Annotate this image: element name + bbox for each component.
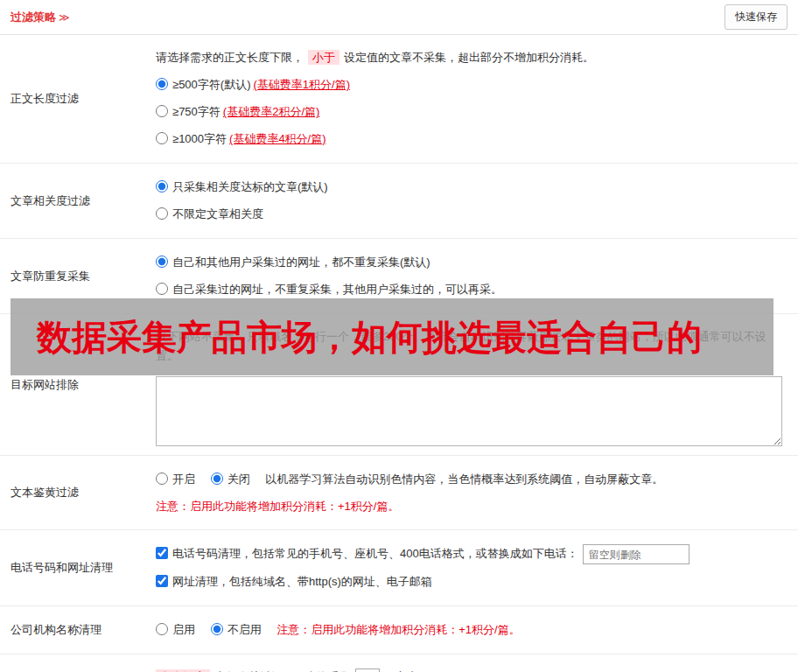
option-note: (基础费率2积分/篇)	[223, 105, 320, 118]
chevron-double-icon: ≫	[59, 11, 70, 24]
section-company-clean: 公司机构名称清理 启用 不启用 注意：启用此功能将增加积分消耗：+1积分/篇。	[0, 606, 798, 654]
dedup-global-radio[interactable]	[156, 256, 168, 268]
length-500-radio[interactable]	[156, 78, 168, 90]
desc-text-post: 设定值的文章不采集，超出部分不增加积分消耗。	[344, 51, 594, 64]
option-label: 自己采集过的网址，不重复采集，其他用户采集过的，可以再采。	[172, 283, 502, 296]
company-off-radio[interactable]	[211, 623, 223, 635]
page-title-wrap: 过滤策略≫	[10, 10, 70, 25]
dedup-self-radio[interactable]	[156, 283, 168, 295]
site-exclude-textarea[interactable]	[156, 376, 782, 446]
length-option-1000[interactable]: ≥1000字符(基础费率4积分/篇)	[156, 130, 786, 149]
length-option-500[interactable]: ≥500字符(默认)(基础费率1积分/篇)	[156, 75, 786, 94]
option-label: 不限定文章相关度	[172, 207, 263, 220]
section-label-phone-url-clean: 电话号码和网址清理	[0, 530, 156, 606]
section-relevance-filter: 文章相关度过滤 只采集相关度达标的文章(默认) 不限定文章相关度	[0, 164, 798, 239]
option-label: 自己和其他用户采集过的网址，都不重复采集(默认)	[172, 256, 430, 269]
section-label-porn-filter: 文本鉴黄过滤	[0, 456, 156, 529]
relevance-option-any[interactable]: 不限定文章相关度	[156, 205, 786, 224]
porn-off-radio[interactable]	[211, 472, 223, 485]
keyword-dedup-line1: 私有词库中每个关键词最多允许采集篇文章。	[156, 668, 786, 672]
section-phone-url-clean: 电话号码和网址清理 电话号码清理，包括常见的手机号、座机号、400电话格式，或替…	[0, 530, 798, 606]
relevance-strict-radio[interactable]	[156, 180, 168, 192]
ad-overlay-banner: 数据采集产品市场，如何挑选最适合自己的	[10, 298, 774, 375]
option-label: ≥750字符	[172, 105, 220, 118]
length-750-radio[interactable]	[156, 105, 168, 117]
option-label: ≥500字符(默认)	[172, 78, 250, 91]
section-label-company-clean: 公司机构名称清理	[0, 606, 156, 654]
desc-highlight: 小于	[308, 50, 340, 65]
phone-clean-option[interactable]: 电话号码清理，包括常见的手机号、座机号、400电话格式，或替换成如下电话：	[156, 544, 786, 564]
option-label: 关闭	[228, 472, 250, 486]
section-label-length-filter: 正文长度过滤	[0, 35, 156, 163]
length-filter-desc: 请选择需求的正文长度下限，小于设定值的文章不采集，超出部分不增加积分消耗。	[156, 48, 786, 67]
company-on-radio[interactable]	[156, 623, 168, 635]
desc-text-pre: 请选择需求的正文长度下限，	[156, 51, 304, 64]
section-label-relevance-filter: 文章相关度过滤	[0, 164, 156, 238]
company-clean-off-option[interactable]: 不启用	[211, 623, 262, 636]
option-label: 启用	[172, 623, 195, 636]
porn-option-off[interactable]: 关闭	[211, 472, 250, 486]
ad-overlay-text: 数据采集产品市场，如何挑选最适合自己的	[37, 313, 702, 361]
option-label: 只采集相关度达标的文章(默认)	[172, 180, 328, 193]
length-1000-radio[interactable]	[156, 132, 168, 144]
section-porn-filter: 文本鉴黄过滤 开启 关闭 以机器学习算法自动识别色情内容，当色情概率达到系统阈值…	[0, 456, 798, 530]
quick-save-button[interactable]: 快速保存	[724, 4, 788, 30]
porn-on-radio[interactable]	[156, 472, 168, 485]
top-toolbar: 过滤策略≫ 快速保存	[0, 0, 798, 35]
section-keyword-dedup: 关键词防重复采集 私有词库中每个关键词最多允许采集篇文章。 如果留空或设为0，则…	[0, 654, 798, 672]
section-label-keyword-dedup: 关键词防重复采集	[0, 654, 156, 672]
porn-filter-warning: 注意：启用此功能将增加积分消耗：+1积分/篇。	[156, 497, 786, 516]
section-length-filter: 正文长度过滤 请选择需求的正文长度下限，小于设定值的文章不采集，超出部分不增加积…	[0, 35, 798, 164]
dedup-option-self[interactable]: 自己采集过的网址，不重复采集，其他用户采集过的，可以再采。	[156, 280, 786, 299]
url-clean-option[interactable]: 网址清理，包括纯域名、带http(s)的网址、电子邮箱	[156, 572, 786, 592]
porn-option-on[interactable]: 开启	[156, 472, 195, 486]
company-clean-warning: 注意：启用此功能将增加积分消耗：+1积分/篇。	[276, 623, 520, 636]
option-note: (基础费率4积分/篇)	[229, 132, 326, 145]
relevance-option-strict[interactable]: 只采集相关度达标的文章(默认)	[156, 178, 786, 197]
phone-replace-input[interactable]	[583, 544, 690, 564]
option-label: 电话号码清理，包括常见的手机号、座机号、400电话格式，或替换成如下电话：	[172, 547, 578, 560]
option-label: 开启	[172, 472, 195, 486]
company-clean-options: 启用 不启用 注意：启用此功能将增加积分消耗：+1积分/篇。	[156, 620, 786, 640]
page-title: 过滤策略	[10, 10, 56, 24]
option-label: 网址清理，包括纯域名、带http(s)的网址、电子邮箱	[172, 575, 432, 588]
keyword-max-count-input[interactable]	[355, 668, 380, 672]
length-option-750[interactable]: ≥750字符(基础费率2积分/篇)	[156, 102, 786, 122]
company-clean-on-option[interactable]: 启用	[156, 623, 195, 636]
dedup-option-global[interactable]: 自己和其他用户采集过的网址，都不重复采集(默认)	[156, 253, 786, 272]
phone-clean-checkbox[interactable]	[156, 547, 168, 559]
option-label: 不启用	[228, 623, 262, 636]
option-note: (基础费率1积分/篇)	[253, 78, 350, 91]
url-clean-checkbox[interactable]	[156, 575, 168, 587]
relevance-any-radio[interactable]	[156, 207, 168, 220]
option-label: ≥1000字符	[172, 132, 227, 145]
porn-filter-options: 开启 关闭 以机器学习算法自动识别色情内容，当色情概率达到系统阈值，自动屏蔽文章…	[156, 470, 786, 489]
porn-filter-desc: 以机器学习算法自动识别色情内容，当色情概率达到系统阈值，自动屏蔽文章。	[265, 472, 663, 486]
